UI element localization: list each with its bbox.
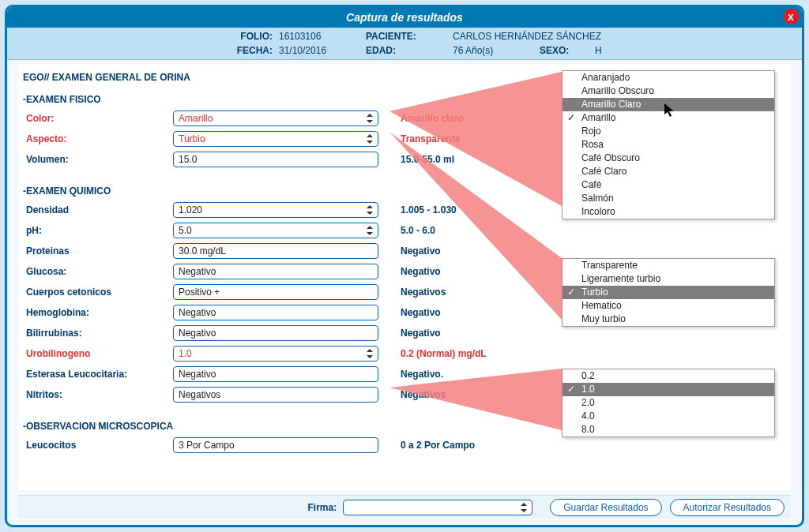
dropdown-option[interactable]: Anaranjado — [563, 71, 774, 84]
caret-icon — [367, 114, 373, 123]
densidad-label: Densidad — [23, 204, 173, 215]
color-ref: Amarillo claro — [385, 113, 519, 124]
dropdown-option[interactable]: Transparente — [563, 259, 774, 272]
leuco-label: Leucocitos — [23, 440, 173, 451]
dropdown-option[interactable]: 0.2 — [563, 369, 774, 383]
volumen-input[interactable] — [173, 152, 378, 167]
dropdown-option[interactable]: Muy turbio — [563, 313, 774, 326]
leuco-input[interactable] — [173, 437, 378, 453]
bili-label: Bilirrubinas: — [23, 328, 173, 339]
proteinas-ref: Negativo — [385, 245, 519, 257]
esterasa-input[interactable] — [173, 366, 378, 382]
esterasa-label: Esterasa Leucocitaria: — [23, 369, 173, 380]
sexo-value: H — [592, 43, 605, 58]
cuerpos-label: Cuerpos cetonicos — [23, 287, 173, 298]
edad-value: 76 Año(s) — [450, 43, 536, 58]
ph-ref: 5.0 - 6.0 — [385, 225, 519, 236]
dropdown-option[interactable]: Café Claro — [563, 165, 774, 178]
color-select[interactable]: Amarillo — [173, 111, 378, 126]
aspecto-ref: Transparente — [385, 133, 519, 144]
uro-ref: 0.2 (Normal) mg/dL — [385, 348, 519, 359]
ph-select[interactable]: 5.0 — [173, 223, 378, 238]
dropdown-option[interactable]: Café — [563, 178, 774, 192]
dropdown-option[interactable]: 4.0 — [563, 410, 774, 423]
glucosa-label: Glucosa: — [23, 266, 173, 277]
caret-icon — [367, 226, 373, 235]
volumen-ref: 15.0-55.0 ml — [385, 154, 519, 165]
ph-value: 5.0 — [179, 225, 192, 236]
firma-select[interactable] — [343, 500, 532, 515]
bili-ref: Negativo — [385, 328, 519, 339]
color-dropdown-popout[interactable]: AnaranjadoAmarillo ObscuroAmarillo Claro… — [562, 70, 775, 219]
hemo-ref: Negativo — [385, 307, 519, 318]
cuerpos-input[interactable] — [173, 284, 378, 300]
caret-icon — [367, 205, 373, 215]
densidad-select[interactable]: 1.020 — [173, 202, 378, 218]
hemo-label: Hemoglobina: — [23, 307, 173, 318]
titlebar: Captura de resultados x — [7, 7, 802, 28]
volumen-label: Volumen: — [23, 154, 173, 165]
patient-info-bar: FOLIO: 16103106 PACIENTE: CARLOS HERNÁND… — [7, 28, 802, 60]
cuerpos-ref: Negativos — [385, 287, 519, 298]
dropdown-option[interactable]: Rojo — [563, 125, 774, 138]
esterasa-ref: Negativo. — [385, 369, 519, 380]
dropdown-option[interactable]: ✓Turbio — [563, 286, 774, 299]
glucosa-ref: Negativo — [385, 266, 519, 277]
footer-bar: Firma: Guardar Resultados Autorizar Resu… — [18, 495, 791, 519]
autorizar-button[interactable]: Autorizar Resultados — [670, 499, 785, 516]
dropdown-option[interactable]: Ligeramente turbio — [563, 272, 774, 286]
fecha-label: FECHA: — [7, 43, 276, 58]
check-icon: ✓ — [567, 287, 575, 298]
dropdown-option[interactable]: ✓1.0 — [563, 383, 774, 396]
cursor-icon — [664, 103, 675, 118]
sexo-label: SEXO: — [536, 43, 592, 58]
edad-label: EDAD: — [363, 43, 450, 58]
caret-icon — [367, 134, 373, 144]
densidad-value: 1.020 — [179, 204, 202, 215]
folio-label: FOLIO: — [7, 29, 276, 43]
proteinas-input[interactable] — [173, 243, 378, 259]
firma-label: Firma: — [308, 502, 337, 513]
uro-dropdown-popout[interactable]: 0.2✓1.02.04.08.0 — [562, 369, 775, 437]
aspecto-value: Turbio — [179, 133, 205, 144]
uro-label: Urobilinogeno — [23, 348, 173, 359]
dropdown-option[interactable]: Café Obscuro — [563, 152, 774, 165]
hemo-input[interactable] — [173, 305, 378, 320]
folio-value: 16103106 — [276, 29, 363, 43]
dropdown-option[interactable]: Incoloro — [563, 205, 774, 219]
results-window: Captura de resultados x FOLIO: 16103106 … — [5, 5, 804, 527]
form-content: EGO// EXAMEN GENERAL DE ORINA -EXAMEN FI… — [18, 64, 791, 490]
bili-input[interactable] — [173, 325, 378, 341]
check-icon: ✓ — [567, 384, 575, 395]
nitritos-label: Nitritos: — [23, 389, 173, 400]
dropdown-option[interactable]: Salmón — [563, 192, 774, 205]
densidad-ref: 1.005 - 1.030 — [385, 204, 519, 215]
aspecto-dropdown-popout[interactable]: TransparenteLigeramente turbio✓TurbioHem… — [562, 258, 775, 327]
proteinas-label: Proteinas — [23, 245, 173, 257]
window-title: Captura de resultados — [346, 11, 463, 24]
svg-marker-3 — [664, 103, 674, 117]
uro-select[interactable]: 1.0 — [173, 346, 378, 362]
nitritos-input[interactable] — [173, 387, 378, 403]
dropdown-option[interactable]: 2.0 — [563, 396, 774, 410]
check-icon: ✓ — [567, 112, 575, 124]
ph-label: pH: — [23, 225, 173, 236]
paciente-label: PACIENTE: — [363, 29, 450, 43]
dropdown-option[interactable]: Amarillo Obscuro — [563, 84, 774, 98]
caret-icon — [367, 349, 373, 358]
fecha-value: 31/10/2016 — [276, 43, 363, 58]
dropdown-option[interactable]: 8.0 — [563, 423, 774, 436]
nitritos-ref: Negativos — [385, 389, 519, 400]
leuco-ref: 0 a 2 Por Campo — [385, 440, 519, 451]
aspecto-label: Aspecto: — [23, 133, 173, 144]
guardar-button[interactable]: Guardar Resultados — [550, 499, 661, 516]
dropdown-option[interactable]: Rosa — [563, 138, 774, 152]
color-value: Amarillo — [179, 113, 213, 124]
uro-value: 1.0 — [179, 348, 192, 359]
dropdown-option[interactable]: Hematico — [563, 299, 774, 313]
glucosa-input[interactable] — [173, 264, 378, 279]
paciente-value: CARLOS HERNÁNDEZ SÁNCHEZ — [450, 29, 802, 43]
caret-icon — [521, 503, 527, 512]
close-icon[interactable]: x — [783, 9, 799, 24]
aspecto-select[interactable]: Turbio — [173, 131, 378, 147]
